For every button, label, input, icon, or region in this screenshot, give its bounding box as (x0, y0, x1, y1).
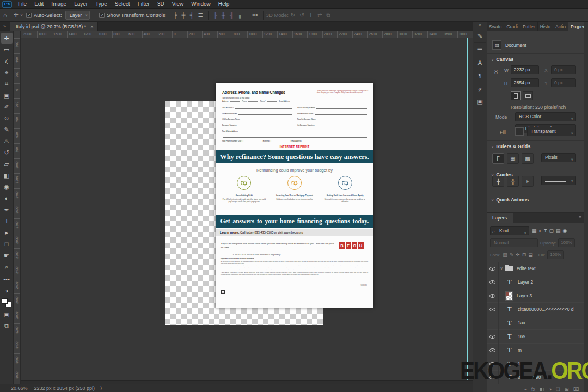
distribute-left-icon[interactable]: ╟ (211, 12, 219, 18)
lock-transparent-icon[interactable]: ▨ (503, 252, 507, 258)
menu-item[interactable]: Layer (70, 0, 91, 9)
lock-artboard-icon[interactable]: ⊞ (522, 252, 526, 258)
horizontal-scrollbar[interactable] (21, 380, 473, 384)
layer-row[interactable]: T Layer 3 (487, 289, 584, 303)
document-tab[interactable]: Italy id.psd @ 20.7% (RGB/16) * × (10, 22, 98, 31)
filter-shape-layers-icon[interactable]: ▢ (548, 228, 555, 234)
brush-tool[interactable]: ✎ (1, 124, 13, 135)
show-transform-checkbox[interactable]: ✓ (99, 13, 105, 18)
vertical-scrollbar[interactable] (584, 22, 588, 392)
group-expand-icon[interactable]: ∨ (499, 266, 504, 271)
status-chevron-icon[interactable]: ⟩ (100, 385, 102, 391)
lock-all-icon[interactable]: ⬓ (528, 252, 533, 258)
close-icon[interactable]: × (90, 24, 93, 31)
expand-panels-icon[interactable]: « (479, 23, 481, 28)
crop-tool[interactable]: ⌗ (1, 78, 13, 89)
layer-visibility-toggle[interactable] (487, 262, 499, 275)
distribute-center-icon[interactable]: ╫ (219, 12, 228, 18)
frame-tool[interactable]: ▣ (1, 90, 13, 101)
canvas-width-input[interactable]: 2232 px (511, 65, 539, 74)
guide-horizontal-bottom[interactable] (21, 315, 473, 315)
collapse-panels-icon[interactable]: » (0, 22, 10, 31)
foreground-color-swatch[interactable] (2, 298, 8, 304)
delete-layer-icon[interactable]: ⌧ (573, 387, 579, 392)
eyedropper-tool[interactable]: ✐ (1, 101, 13, 112)
canvas-height-input[interactable]: 2854 px (511, 78, 539, 87)
more-options-icon[interactable]: ••• (250, 12, 260, 18)
tool-presets-icon[interactable]: ⚌ (474, 43, 486, 56)
quick-selection-tool[interactable]: ⌖ (1, 67, 13, 78)
link-layers-icon[interactable]: ⌁ (524, 387, 527, 392)
move-tool[interactable]: ✛ (1, 33, 13, 44)
quick-mask-icon[interactable]: ◑ (1, 285, 13, 296)
layer-row[interactable]: T citta000000...<<<<<<<<0 d (487, 303, 584, 316)
filter-pin-icon[interactable]: ◉ (561, 228, 568, 234)
marquee-tool[interactable]: ▭ (1, 44, 13, 55)
panel-tab[interactable]: Swatc (487, 22, 504, 31)
auto-select-checkbox[interactable]: ✓ (26, 13, 32, 18)
layer-effects-icon[interactable]: fx (531, 387, 535, 392)
adjustment-layer-icon[interactable]: ◑ (549, 387, 552, 392)
color-swatches[interactable] (2, 298, 11, 307)
layer-visibility-toggle[interactable] (487, 330, 499, 344)
shape-tool[interactable]: □ (1, 238, 13, 249)
gradient-tool[interactable]: ◧ (1, 170, 13, 181)
quick-actions-section-header[interactable]: ∨Quick Actions (491, 197, 529, 203)
flyer-document[interactable]: Address, Phone, and Name Changes *Name p… (216, 83, 373, 308)
menu-item[interactable]: Help (215, 0, 234, 9)
glyphs-panel-icon[interactable]: ℊ (474, 82, 486, 95)
edit-toolbar-icon[interactable]: ••• (1, 274, 13, 285)
distribute-vertical-icon[interactable]: ╥ (236, 12, 244, 18)
menu-item[interactable]: Filter (134, 0, 154, 9)
panel-tab[interactable]: Actio (553, 22, 568, 31)
type-tool[interactable]: T (1, 216, 13, 226)
align-center-h-icon[interactable]: ╪ (180, 12, 188, 18)
menu-item[interactable]: Type (91, 0, 111, 9)
menu-item[interactable]: Window (187, 0, 215, 9)
layers-tab[interactable]: Layers (487, 213, 513, 223)
align-right-icon[interactable]: ╡ (188, 12, 196, 18)
ruler-origin-icon[interactable]: Γ (492, 153, 504, 164)
layer-visibility-toggle[interactable] (487, 275, 499, 289)
orientation-portrait-button[interactable] (511, 91, 521, 100)
path-select-tool[interactable]: ▸ (1, 227, 13, 238)
blur-tool[interactable]: ◉ (1, 181, 13, 192)
layer-row[interactable]: T 1ax (487, 316, 584, 330)
link-dimensions-icon[interactable]: 8 (494, 69, 498, 75)
canvas-section-header[interactable]: ∨Canvas (491, 57, 513, 62)
eraser-tool[interactable]: ▱ (1, 158, 13, 169)
grid-overlay-icon[interactable]: ▦ (507, 153, 519, 164)
character-panel-icon[interactable]: A (474, 56, 486, 69)
fill-swatch[interactable] (515, 127, 524, 136)
layer-row[interactable]: T m (487, 344, 584, 357)
new-layer-icon[interactable]: ⊞ (565, 387, 569, 392)
guide-vertical-left[interactable] (176, 38, 176, 380)
panel-tab[interactable]: Patter (520, 22, 538, 31)
filter-pixel-layers-icon[interactable]: ▦ (531, 228, 538, 234)
paragraph-panel-icon[interactable]: ¶ (474, 69, 486, 82)
menu-item[interactable]: File (14, 0, 30, 9)
screen-mode-icon[interactable]: ⧉ (1, 320, 13, 331)
filter-adjustment-layers-icon[interactable]: ◐ (538, 228, 543, 234)
menu-item[interactable]: Edit (30, 0, 47, 9)
new-group-icon[interactable]: ❏ (556, 387, 560, 392)
layer-mask-icon[interactable]: ◧ (540, 387, 544, 392)
distribute-right-icon[interactable]: ╢ (228, 12, 236, 18)
history-brush-tool[interactable]: ↺ (1, 147, 13, 158)
lasso-tool[interactable]: ζ (1, 56, 13, 66)
guide-style-select[interactable] (541, 176, 576, 185)
panel-menu-icon[interactable]: ≡ (577, 23, 582, 30)
dodge-tool[interactable]: ◐ (1, 193, 13, 204)
orientation-landscape-button[interactable] (523, 91, 533, 100)
layer-visibility-toggle[interactable] (487, 344, 499, 357)
menu-item[interactable]: 3D (154, 0, 168, 9)
filter-smart-objects-icon[interactable]: ▤ (555, 228, 562, 234)
mask-mode-icon[interactable]: ▣ (1, 309, 13, 320)
ruler-horizontal[interactable]: 2000180016001400120010008006004002000200… (21, 31, 473, 38)
filter-type-layers-icon[interactable]: T (543, 228, 548, 234)
lock-guides-icon[interactable]: ⊦ (522, 176, 534, 187)
auto-select-target-select[interactable]: Layer (65, 11, 90, 20)
rulers-grids-section-header[interactable]: ∨Rulers & Grids (491, 144, 530, 149)
panel-tab[interactable]: Gradi (504, 22, 520, 31)
healing-brush-tool[interactable]: ⍉ (1, 113, 13, 124)
